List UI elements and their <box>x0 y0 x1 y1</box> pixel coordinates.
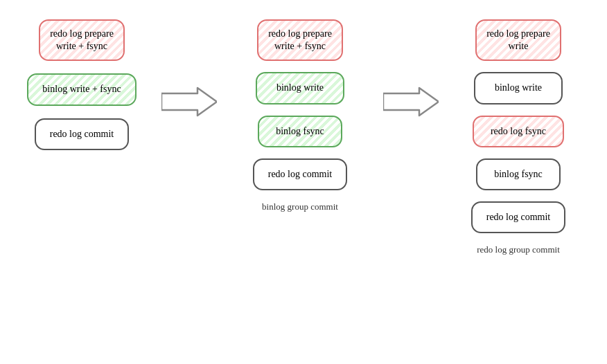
c1b3: redo log commit <box>35 118 130 150</box>
arrow-2-icon <box>383 84 439 119</box>
svg-marker-1 <box>383 88 439 116</box>
c2b2: binlog write <box>256 72 344 104</box>
c3b5: redo log commit <box>471 201 566 233</box>
arrow-1-icon <box>161 84 217 119</box>
col2-label: binlog group commit <box>262 201 338 212</box>
c1b2: binlog write + fsync <box>27 73 136 105</box>
column-3: redo log preparewrite binlog write redo … <box>442 10 595 255</box>
column-2: redo log preparewrite + fsync binlog wri… <box>220 10 380 212</box>
c3b1: redo log preparewrite <box>475 19 561 61</box>
col3-label: redo log group commit <box>477 244 560 255</box>
c3b2: binlog write <box>474 72 563 104</box>
c2b3: binlog fsync <box>258 116 342 147</box>
column-1: redo log preparewrite + fsync binlog wri… <box>6 10 158 150</box>
svg-marker-0 <box>161 88 217 116</box>
arrow-1 <box>158 10 220 119</box>
c1b1: redo log preparewrite + fsync <box>39 19 125 61</box>
c2b4: redo log commit <box>253 158 348 190</box>
diagram: redo log preparewrite + fsync binlog wri… <box>0 0 607 364</box>
c3b3: redo log fsync <box>473 116 564 147</box>
c2b1: redo log preparewrite + fsync <box>257 19 343 61</box>
c3b4: binlog fsync <box>476 158 561 190</box>
arrow-2 <box>380 10 442 119</box>
